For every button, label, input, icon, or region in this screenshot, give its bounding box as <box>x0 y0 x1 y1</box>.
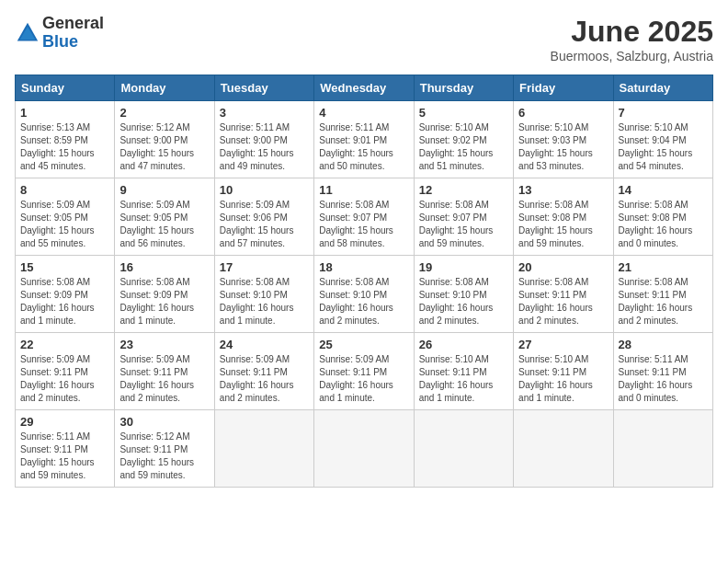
day-info: Sunrise: 5:09 AMSunset: 9:05 PMDaylight:… <box>119 200 194 248</box>
day-info: Sunrise: 5:09 AMSunset: 9:11 PMDaylight:… <box>119 354 194 403</box>
header-wednesday: Wednesday <box>314 75 414 101</box>
week-row-2: 8Sunrise: 5:09 AMSunset: 9:05 PMDaylight… <box>16 178 713 256</box>
calendar-cell: 17Sunrise: 5:08 AMSunset: 9:10 PMDayligh… <box>214 256 313 333</box>
calendar-cell: 29Sunrise: 5:11 AMSunset: 9:11 PMDayligh… <box>16 410 115 488</box>
header-tuesday: Tuesday <box>214 75 313 101</box>
day-info: Sunrise: 5:08 AMSunset: 9:10 PMDaylight:… <box>220 277 294 326</box>
day-info: Sunrise: 5:12 AMSunset: 9:00 PMDaylight:… <box>119 122 194 171</box>
week-row-3: 15Sunrise: 5:08 AMSunset: 9:09 PMDayligh… <box>16 256 713 333</box>
day-info: Sunrise: 5:11 AMSunset: 9:01 PMDaylight:… <box>319 122 393 171</box>
day-info: Sunrise: 5:10 AMSunset: 9:04 PMDaylight:… <box>619 122 693 171</box>
day-number: 11 <box>319 183 408 197</box>
header-thursday: Thursday <box>414 75 513 101</box>
day-info: Sunrise: 5:08 AMSunset: 9:11 PMDaylight:… <box>619 277 693 326</box>
day-info: Sunrise: 5:11 AMSunset: 9:11 PMDaylight:… <box>619 354 693 403</box>
calendar-cell <box>414 410 513 488</box>
day-number: 26 <box>419 338 508 351</box>
calendar-cell: 30Sunrise: 5:12 AMSunset: 9:11 PMDayligh… <box>115 410 214 488</box>
calendar-cell: 15Sunrise: 5:08 AMSunset: 9:09 PMDayligh… <box>16 256 115 333</box>
calendar-cell: 4Sunrise: 5:11 AMSunset: 9:01 PMDaylight… <box>314 101 414 178</box>
day-info: Sunrise: 5:08 AMSunset: 9:10 PMDaylight:… <box>319 277 393 326</box>
day-number: 30 <box>119 415 209 429</box>
header-monday: Monday <box>115 75 214 101</box>
week-row-5: 29Sunrise: 5:11 AMSunset: 9:11 PMDayligh… <box>16 410 713 488</box>
calendar-cell: 26Sunrise: 5:10 AMSunset: 9:11 PMDayligh… <box>414 333 513 410</box>
day-number: 5 <box>419 106 508 120</box>
day-number: 7 <box>619 106 708 120</box>
calendar-cell: 5Sunrise: 5:10 AMSunset: 9:02 PMDaylight… <box>414 101 513 178</box>
day-info: Sunrise: 5:12 AMSunset: 9:11 PMDaylight:… <box>119 431 194 480</box>
day-info: Sunrise: 5:09 AMSunset: 9:11 PMDaylight:… <box>20 354 95 403</box>
calendar-body: 1Sunrise: 5:13 AMSunset: 8:59 PMDaylight… <box>16 101 713 488</box>
calendar-cell: 2Sunrise: 5:12 AMSunset: 9:00 PMDaylight… <box>115 101 214 178</box>
calendar-cell: 9Sunrise: 5:09 AMSunset: 9:05 PMDaylight… <box>115 178 214 256</box>
day-info: Sunrise: 5:08 AMSunset: 9:11 PMDaylight:… <box>518 277 593 326</box>
day-number: 23 <box>119 338 209 351</box>
calendar-cell <box>613 410 712 488</box>
header-sunday: Sunday <box>16 75 115 101</box>
day-number: 22 <box>20 338 109 351</box>
day-number: 15 <box>20 260 109 274</box>
day-info: Sunrise: 5:13 AMSunset: 8:59 PMDaylight:… <box>20 122 95 171</box>
day-number: 14 <box>619 183 708 197</box>
month-title: June 2025 <box>551 15 713 49</box>
day-number: 10 <box>220 183 309 197</box>
calendar-cell: 24Sunrise: 5:09 AMSunset: 9:11 PMDayligh… <box>214 333 313 410</box>
calendar-cell: 6Sunrise: 5:10 AMSunset: 9:03 PMDaylight… <box>514 101 613 178</box>
day-info: Sunrise: 5:09 AMSunset: 9:06 PMDaylight:… <box>220 200 294 248</box>
day-number: 18 <box>319 260 408 274</box>
header-friday: Friday <box>514 75 613 101</box>
calendar-cell <box>314 410 414 488</box>
calendar-cell: 10Sunrise: 5:09 AMSunset: 9:06 PMDayligh… <box>214 178 313 256</box>
day-info: Sunrise: 5:10 AMSunset: 9:03 PMDaylight:… <box>518 122 593 171</box>
day-info: Sunrise: 5:10 AMSunset: 9:11 PMDaylight:… <box>419 354 494 403</box>
logo-text: General Blue <box>42 15 104 52</box>
day-info: Sunrise: 5:08 AMSunset: 9:07 PMDaylight:… <box>319 200 393 248</box>
calendar-cell: 23Sunrise: 5:09 AMSunset: 9:11 PMDayligh… <box>115 333 214 410</box>
calendar-cell: 16Sunrise: 5:08 AMSunset: 9:09 PMDayligh… <box>115 256 214 333</box>
day-info: Sunrise: 5:09 AMSunset: 9:11 PMDaylight:… <box>319 354 393 403</box>
day-number: 16 <box>119 260 209 274</box>
day-info: Sunrise: 5:08 AMSunset: 9:09 PMDaylight:… <box>119 277 194 326</box>
calendar-cell: 27Sunrise: 5:10 AMSunset: 9:11 PMDayligh… <box>514 333 613 410</box>
calendar-cell: 20Sunrise: 5:08 AMSunset: 9:11 PMDayligh… <box>514 256 613 333</box>
logo: General Blue <box>15 15 104 52</box>
calendar-cell: 7Sunrise: 5:10 AMSunset: 9:04 PMDaylight… <box>613 101 712 178</box>
calendar-table: Sunday Monday Tuesday Wednesday Thursday… <box>15 75 713 488</box>
location: Buermoos, Salzburg, Austria <box>551 49 713 63</box>
day-number: 28 <box>619 338 708 351</box>
calendar-cell: 18Sunrise: 5:08 AMSunset: 9:10 PMDayligh… <box>314 256 414 333</box>
header-saturday: Saturday <box>613 75 712 101</box>
day-number: 6 <box>518 106 608 120</box>
calendar-cell: 12Sunrise: 5:08 AMSunset: 9:07 PMDayligh… <box>414 178 513 256</box>
weekday-header-row: Sunday Monday Tuesday Wednesday Thursday… <box>16 75 713 101</box>
title-block: June 2025 Buermoos, Salzburg, Austria <box>551 15 713 63</box>
day-number: 27 <box>518 338 608 351</box>
day-number: 20 <box>518 260 608 274</box>
day-number: 17 <box>220 260 309 274</box>
day-number: 3 <box>220 106 309 120</box>
calendar-cell: 14Sunrise: 5:08 AMSunset: 9:08 PMDayligh… <box>613 178 712 256</box>
day-info: Sunrise: 5:08 AMSunset: 9:10 PMDaylight:… <box>419 277 494 326</box>
day-info: Sunrise: 5:10 AMSunset: 9:02 PMDaylight:… <box>419 122 494 171</box>
page-header: General Blue June 2025 Buermoos, Salzbur… <box>15 15 713 63</box>
day-number: 8 <box>20 183 109 197</box>
calendar-cell: 19Sunrise: 5:08 AMSunset: 9:10 PMDayligh… <box>414 256 513 333</box>
logo-blue: Blue <box>42 33 104 52</box>
calendar-cell: 8Sunrise: 5:09 AMSunset: 9:05 PMDaylight… <box>16 178 115 256</box>
day-number: 2 <box>119 106 209 120</box>
day-number: 21 <box>619 260 708 274</box>
calendar-cell: 25Sunrise: 5:09 AMSunset: 9:11 PMDayligh… <box>314 333 414 410</box>
calendar-cell <box>514 410 613 488</box>
calendar-cell: 11Sunrise: 5:08 AMSunset: 9:07 PMDayligh… <box>314 178 414 256</box>
day-number: 19 <box>419 260 508 274</box>
day-info: Sunrise: 5:11 AMSunset: 9:00 PMDaylight:… <box>220 122 294 171</box>
calendar-cell: 21Sunrise: 5:08 AMSunset: 9:11 PMDayligh… <box>613 256 712 333</box>
calendar-cell: 22Sunrise: 5:09 AMSunset: 9:11 PMDayligh… <box>16 333 115 410</box>
day-number: 13 <box>518 183 608 197</box>
day-info: Sunrise: 5:10 AMSunset: 9:11 PMDaylight:… <box>518 354 593 403</box>
day-number: 12 <box>419 183 508 197</box>
day-number: 9 <box>119 183 209 197</box>
calendar-cell <box>214 410 313 488</box>
calendar-cell: 13Sunrise: 5:08 AMSunset: 9:08 PMDayligh… <box>514 178 613 256</box>
